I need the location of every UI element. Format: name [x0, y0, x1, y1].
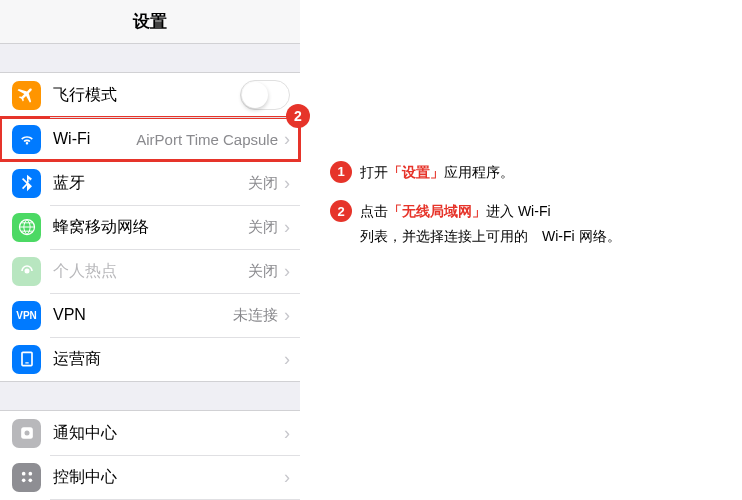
instruction-step-2: 2 点击「无线局域网」进入 Wi-Fi 列表，并选择连接上可用的 Wi-Fi 网…	[330, 199, 730, 249]
airplane-toggle[interactable]	[240, 80, 290, 110]
cellular-icon	[12, 213, 41, 242]
wifi-value: AirPort Time Capsule	[90, 131, 284, 148]
group-system: 通知中心 › 控制中心 › 勿扰模式 ›	[0, 410, 300, 500]
vpn-label: VPN	[53, 306, 86, 324]
step1-badge: 1	[330, 161, 352, 183]
instruction-step-1: 1 打开「设置」应用程序。	[330, 160, 730, 185]
cellular-label: 蜂窝移动网络	[53, 217, 149, 238]
cellular-value: 关闭	[149, 218, 284, 237]
carrier-label: 运营商	[53, 349, 101, 370]
hotspot-icon	[12, 257, 41, 286]
bluetooth-value: 关闭	[85, 174, 284, 193]
row-notifications[interactable]: 通知中心 ›	[0, 411, 300, 455]
bluetooth-icon	[12, 169, 41, 198]
controlcenter-icon	[12, 463, 41, 492]
step2-text: 点击「无线局域网」进入 Wi-Fi 列表，并选择连接上可用的 Wi-Fi 网络。	[360, 199, 730, 249]
row-carrier[interactable]: 运营商 ›	[0, 337, 300, 381]
hotspot-value: 关闭	[117, 262, 284, 281]
svg-point-2	[24, 431, 29, 436]
callout-badge-2-on-phone: 2	[286, 104, 310, 128]
instructions: 1 打开「设置」应用程序。 2 点击「无线局域网」进入 Wi-Fi 列表，并选择…	[330, 160, 730, 264]
row-airplane[interactable]: 飞行模式	[0, 73, 300, 117]
wifi-label: Wi-Fi	[53, 130, 90, 148]
row-vpn[interactable]: VPN VPN 未连接 ›	[0, 293, 300, 337]
chevron-icon: ›	[284, 423, 290, 444]
row-bluetooth[interactable]: 蓝牙 关闭 ›	[0, 161, 300, 205]
hotspot-label: 个人热点	[53, 261, 117, 282]
step2-badge: 2	[330, 200, 352, 222]
airplane-icon	[12, 81, 41, 110]
group-network: 飞行模式 Wi-Fi AirPort Time Capsule › 蓝牙 关闭 …	[0, 72, 300, 382]
controlcenter-label: 控制中心	[53, 467, 117, 488]
chevron-icon: ›	[284, 305, 290, 326]
svg-point-5	[21, 479, 25, 483]
navbar: 设置	[0, 0, 300, 44]
vpn-icon: VPN	[12, 301, 41, 330]
chevron-icon: ›	[284, 349, 290, 370]
chevron-icon: ›	[284, 173, 290, 194]
chevron-icon: ›	[284, 217, 290, 238]
notifications-icon	[12, 419, 41, 448]
page-title: 设置	[133, 10, 167, 33]
settings-screen: 设置 飞行模式 Wi-Fi AirPort Time Capsule › 蓝牙 …	[0, 0, 300, 500]
row-cellular[interactable]: 蜂窝移动网络 关闭 ›	[0, 205, 300, 249]
bluetooth-label: 蓝牙	[53, 173, 85, 194]
svg-point-6	[28, 479, 32, 483]
carrier-icon	[12, 345, 41, 374]
row-hotspot[interactable]: 个人热点 关闭 ›	[0, 249, 300, 293]
vpn-value: 未连接	[86, 306, 284, 325]
notifications-label: 通知中心	[53, 423, 117, 444]
step1-text: 打开「设置」应用程序。	[360, 160, 730, 185]
chevron-icon: ›	[284, 129, 290, 150]
row-wifi[interactable]: Wi-Fi AirPort Time Capsule ›	[0, 117, 300, 161]
chevron-icon: ›	[284, 467, 290, 488]
airplane-label: 飞行模式	[53, 85, 117, 106]
wifi-icon	[12, 125, 41, 154]
row-controlcenter[interactable]: 控制中心 ›	[0, 455, 300, 499]
svg-point-3	[21, 472, 25, 476]
svg-point-4	[28, 472, 32, 476]
chevron-icon: ›	[284, 261, 290, 282]
